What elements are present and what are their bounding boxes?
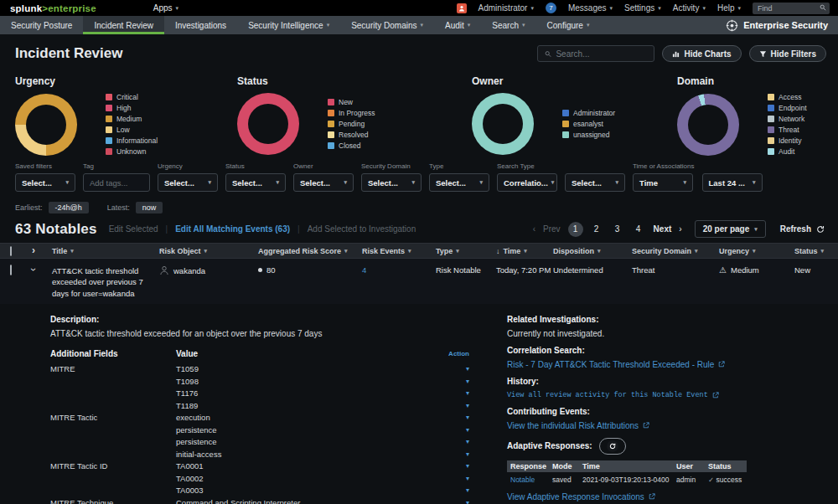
filter-dropdown[interactable]: Select...▾ xyxy=(361,173,422,192)
tab-investigations[interactable]: Investigations xyxy=(164,16,237,34)
tab-security-posture[interactable]: Security Posture xyxy=(0,16,83,34)
filter-dropdown[interactable]: Select...▾ xyxy=(429,173,489,192)
add-to-investigation-link[interactable]: Add Selected to Investigation xyxy=(308,224,416,234)
contributing-events-link[interactable]: View the individual Risk Attributions xyxy=(507,421,826,430)
page-2[interactable]: 2 xyxy=(589,222,604,237)
field-value: initial-access xyxy=(176,449,432,461)
help-menu[interactable]: Help▾ xyxy=(717,3,741,13)
collapse-row-icon[interactable]: › xyxy=(29,268,38,271)
legend-item-critical: Critical xyxy=(106,93,158,101)
messages-menu[interactable]: Messages▾ xyxy=(568,3,613,13)
find-search-box[interactable] xyxy=(753,3,830,14)
select-all-checkbox[interactable] xyxy=(10,246,12,256)
splunk-logo[interactable]: splunk>enterprise xyxy=(10,3,96,13)
column-header-title[interactable]: Title▾ xyxy=(52,247,159,255)
adaptive-time: 2021-09-03T19:20:13-0400 xyxy=(579,472,673,486)
field-action-caret[interactable]: ▾ xyxy=(432,449,469,461)
notable-table-row[interactable]: › ATT&CK tactic threshold exceeded over … xyxy=(0,259,838,304)
column-header-risk-object[interactable]: Risk Object▾ xyxy=(159,247,258,255)
page-3[interactable]: 3 xyxy=(610,222,625,237)
next-button[interactable]: Next xyxy=(654,224,672,234)
tab-search[interactable]: Search▾ xyxy=(481,16,535,34)
filter-dropdown[interactable]: Select...▾ xyxy=(225,173,286,192)
legend-swatch xyxy=(328,110,334,116)
correlation-search-link[interactable]: Risk - 7 Day ATT&CK Tactic Threshold Exc… xyxy=(507,360,826,369)
history-link[interactable]: View all review activity for this Notabl… xyxy=(507,391,826,399)
sort-caret-icon: ▾ xyxy=(456,248,459,255)
column-header-disposition[interactable]: Disposition▾ xyxy=(553,247,632,255)
external-link-icon xyxy=(718,361,725,368)
legend-swatch xyxy=(768,105,774,111)
page-4[interactable]: 4 xyxy=(631,222,646,237)
field-action-caret[interactable]: ▾ xyxy=(432,460,469,473)
notable-search-box[interactable] xyxy=(537,45,654,62)
field-action-caret[interactable]: ▾ xyxy=(432,376,469,388)
find-input[interactable] xyxy=(758,4,816,13)
tab-audit[interactable]: Audit▾ xyxy=(434,16,481,34)
field-action-caret[interactable]: ▾ xyxy=(432,412,469,424)
expand-all-icon[interactable]: › xyxy=(32,246,35,255)
filter-dropdown[interactable]: Select...▾ xyxy=(15,173,75,192)
notable-search-input[interactable] xyxy=(556,49,647,59)
hide-filters-button[interactable]: Hide Filters xyxy=(749,45,826,62)
column-header-urgency[interactable]: Urgency▾ xyxy=(719,247,794,255)
column-header-security-domain[interactable]: Security Domain▾ xyxy=(632,247,719,255)
column-label: Title xyxy=(52,247,67,255)
per-page-dropdown[interactable]: 20 per page▾ xyxy=(695,220,766,238)
tab-security-domains[interactable]: Security Domains▾ xyxy=(340,16,434,34)
administrator-menu[interactable]: Administrator▾ xyxy=(478,3,534,13)
settings-menu[interactable]: Settings▾ xyxy=(624,3,661,13)
column-header-type[interactable]: Type▾ xyxy=(436,247,496,255)
tag-input[interactable] xyxy=(83,173,150,192)
external-link-icon xyxy=(649,493,655,500)
edit-all-matching-link[interactable]: Edit All Matching Events (63) xyxy=(175,224,290,234)
next-arrow-icon[interactable]: › xyxy=(679,224,681,234)
filter-dropdown[interactable]: Time▾ xyxy=(633,173,693,192)
field-action-caret[interactable]: ▾ xyxy=(432,485,469,497)
tab-security-intelligence[interactable]: Security Intelligence▾ xyxy=(237,16,340,34)
page-1[interactable]: 1 xyxy=(568,222,583,237)
column-header-aggregated-risk-score[interactable]: Aggregated Risk Score▾ xyxy=(258,247,362,255)
user-avatar[interactable] xyxy=(457,3,467,13)
filter-dropdown[interactable]: Last 24 ...▾ xyxy=(702,173,763,192)
edit-selected-link[interactable]: Edit Selected xyxy=(109,224,158,234)
tab-incident-review[interactable]: Incident Review xyxy=(83,16,164,34)
field-action-caret[interactable]: ▾ xyxy=(432,424,469,437)
filter-label: Saved filters xyxy=(15,162,75,171)
filter-time-or-associations: Time or AssociationsTime▾ xyxy=(633,162,695,192)
filter-dropdown[interactable]: Select...▾ xyxy=(293,173,354,192)
refresh-button[interactable]: Refresh xyxy=(780,224,825,234)
field-action-caret[interactable]: ▾ xyxy=(432,363,469,376)
latest-value-chip[interactable]: now xyxy=(136,202,163,213)
risk-events-link[interactable]: 4 xyxy=(362,265,436,275)
prev-button[interactable]: Prev xyxy=(543,224,561,234)
time-cell: Today, 7:20 PM xyxy=(496,265,553,275)
column-header-risk-events[interactable]: Risk Events▾ xyxy=(362,247,436,255)
tab-configure[interactable]: Configure▾ xyxy=(536,16,601,34)
field-action-caret[interactable]: ▾ xyxy=(432,436,469,449)
enterprise-security-brand[interactable]: Enterprise Security xyxy=(726,16,838,34)
tab-label: Investigations xyxy=(175,21,226,30)
hide-charts-button[interactable]: Hide Charts xyxy=(662,45,741,62)
filter-type: TypeSelect...▾ xyxy=(429,162,489,192)
field-action-caret[interactable]: ▾ xyxy=(432,497,469,504)
field-action-caret[interactable]: ▾ xyxy=(432,400,469,413)
adaptive-refresh-button[interactable] xyxy=(599,438,626,455)
field-action-caret[interactable]: ▾ xyxy=(432,388,469,400)
filter-dropdown[interactable]: Select...▾ xyxy=(158,173,218,192)
tab-label: Security Domains xyxy=(351,21,416,30)
row-checkbox[interactable] xyxy=(10,265,12,275)
disposition-cell: Undetermined xyxy=(553,265,632,275)
filter-dropdown[interactable]: Correlatio...▾ xyxy=(497,173,557,192)
column-header-time[interactable]: ↓Time▾ xyxy=(496,247,553,255)
adaptive-response-link[interactable]: Notable xyxy=(507,472,549,486)
column-header-status[interactable]: Status▾ xyxy=(794,247,838,255)
filter-label: Status xyxy=(225,162,286,171)
filter-dropdown[interactable]: Select...▾ xyxy=(565,173,625,192)
adaptive-invocations-link[interactable]: View Adaptive Response Invocations xyxy=(507,492,826,501)
activity-menu[interactable]: Activity▾ xyxy=(673,3,706,13)
field-action-caret[interactable]: ▾ xyxy=(432,473,469,486)
prev-arrow-icon[interactable]: ‹ xyxy=(533,224,535,234)
earliest-value-chip[interactable]: -24h@h xyxy=(49,202,89,213)
apps-menu[interactable]: Apps▾ xyxy=(153,3,178,13)
